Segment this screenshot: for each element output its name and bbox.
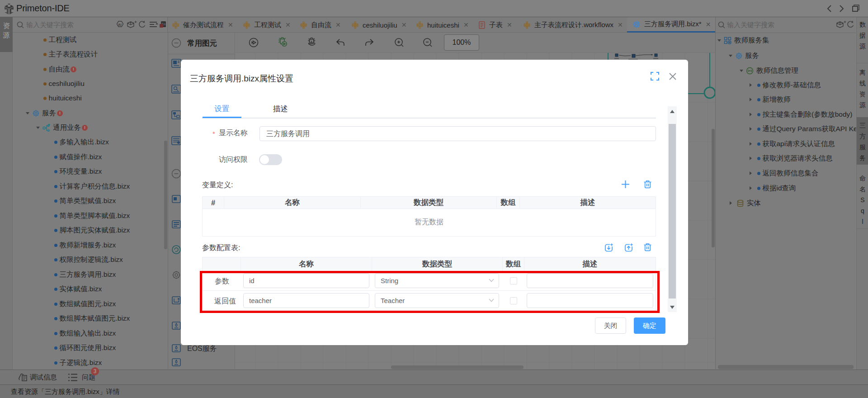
svg-text:AI: AI [118, 23, 122, 27]
